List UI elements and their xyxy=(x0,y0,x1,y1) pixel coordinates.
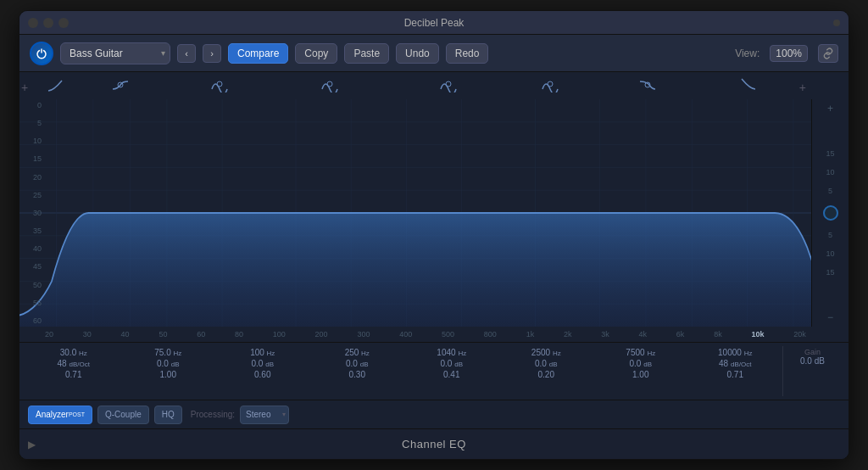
band-params: 30.0 Hz 48 dB/Oct 0.71 75.0 Hz 0.0 dB 1.… xyxy=(19,342,849,400)
band2-q: 1.00 xyxy=(160,370,176,379)
link-button[interactable] xyxy=(818,44,838,63)
band3-freq: 100 Hz xyxy=(250,348,275,357)
db-plus-top[interactable]: + xyxy=(827,103,833,115)
band1-freq: 30.0 Hz xyxy=(60,348,87,357)
rdb-10: 10 xyxy=(826,168,834,176)
bottom-controls: AnalyzerPOST Q-Couple HQ Processing: Ste… xyxy=(19,400,849,428)
db-label-10: 10 xyxy=(19,137,43,145)
preset-wrapper: Bass Guitar ▾ xyxy=(60,42,170,64)
maximize-button[interactable] xyxy=(58,18,69,28)
db-label-35: 35 xyxy=(19,227,43,235)
db-scale-left: 0 5 10 15 20 25 30 35 40 45 50 55 60 xyxy=(19,99,43,327)
redo-button[interactable]: Redo xyxy=(446,43,489,64)
db-minus-bottom[interactable]: − xyxy=(827,311,833,323)
band6-gain: 0.0 dB xyxy=(535,359,557,368)
band-param-3: 100 Hz 0.0 dB 0.60 xyxy=(215,346,310,396)
svg-point-4 xyxy=(548,81,553,87)
band5-gain: 0.0 dB xyxy=(441,359,463,368)
freq-1k: 1k xyxy=(526,330,535,339)
compare-button[interactable]: Compare xyxy=(228,43,288,64)
window-bottom: ▶ Channel EQ xyxy=(19,428,849,459)
title-bar: Decibel Peak xyxy=(19,11,849,35)
svg-point-1 xyxy=(217,81,222,87)
band8-freq: 10000 Hz xyxy=(718,348,752,357)
gain-value: 0.0 dB xyxy=(800,356,825,366)
freq-100: 100 xyxy=(273,330,286,339)
band-handle-4[interactable] xyxy=(320,77,339,92)
freq-20k: 20k xyxy=(793,330,806,339)
analyzer-button[interactable]: AnalyzerPOST xyxy=(28,406,92,424)
band4-gain: 0.0 dB xyxy=(346,359,368,368)
hq-button[interactable]: HQ xyxy=(154,406,182,424)
svg-point-2 xyxy=(327,81,332,87)
band6-q: 0.20 xyxy=(538,370,554,379)
freq-4k: 4k xyxy=(639,330,648,339)
eq-graph[interactable]: 0 5 10 15 20 25 30 35 40 45 50 55 60 + 1… xyxy=(19,99,849,327)
db-label-5: 5 xyxy=(19,119,43,127)
db-label-15: 15 xyxy=(19,154,43,163)
freq-800: 800 xyxy=(484,330,497,339)
copy-button[interactable]: Copy xyxy=(295,43,337,64)
db-scale-right: 15 10 5 5 10 15 xyxy=(823,149,838,277)
db-label-30: 30 xyxy=(19,209,43,217)
band-handle-8[interactable] xyxy=(738,77,757,92)
svg-point-3 xyxy=(446,81,451,87)
processing-select[interactable]: Stereo Left Right Mid Side xyxy=(240,406,289,424)
nav-back-button[interactable]: ‹ xyxy=(177,44,196,63)
main-window: Decibel Peak Bass Guitar ▾ ‹ › Compare C… xyxy=(19,10,849,460)
rdb-n15: 15 xyxy=(826,268,834,277)
rdb-n5: 5 xyxy=(828,231,832,239)
q-couple-button[interactable]: Q-Couple xyxy=(97,406,149,424)
freq-50: 50 xyxy=(159,330,167,339)
freq-labels-row: 20 30 40 50 60 80 100 200 300 400 500 80… xyxy=(45,330,806,339)
undo-button[interactable]: Undo xyxy=(396,43,439,64)
db-label-20: 20 xyxy=(19,173,43,182)
power-button[interactable] xyxy=(30,42,53,65)
minimize-button[interactable] xyxy=(43,18,53,28)
analyzer-label: Analyzer xyxy=(36,410,69,419)
band-handle-1[interactable] xyxy=(47,79,65,94)
band8-q: 0.71 xyxy=(727,370,743,379)
band7-freq: 7500 Hz xyxy=(626,348,655,357)
freq-300: 300 xyxy=(357,330,370,339)
band1-q: 0.71 xyxy=(65,370,81,379)
freq-60: 60 xyxy=(197,330,205,339)
close-button[interactable] xyxy=(28,18,38,28)
band3-gain: 0.0 dB xyxy=(252,359,274,368)
band4-q: 0.30 xyxy=(349,370,365,379)
gain-label: Gain xyxy=(804,348,821,356)
freq-400: 400 xyxy=(399,330,412,339)
right-db-panel: + 15 10 5 5 10 15 − xyxy=(811,99,849,327)
band-handle-3[interactable] xyxy=(210,77,229,92)
rdb-5: 5 xyxy=(828,187,832,195)
play-button[interactable]: ▶ xyxy=(28,439,36,450)
band8-gain: 48 dB/Oct xyxy=(719,359,751,368)
band-param-8: 10000 Hz 48 dB/Oct 0.71 xyxy=(688,346,783,396)
db-knob[interactable] xyxy=(823,205,838,221)
freq-10k: 10k xyxy=(751,330,764,339)
band5-freq: 1040 Hz xyxy=(437,348,466,357)
nav-forward-button[interactable]: › xyxy=(203,44,221,63)
band6-freq: 2500 Hz xyxy=(531,348,561,357)
band-handle-2[interactable] xyxy=(111,77,130,92)
band-param-6: 2500 Hz 0.0 dB 0.20 xyxy=(499,346,594,396)
window-control-right xyxy=(833,20,840,26)
band-handles-row: + + xyxy=(19,72,849,99)
paste-button[interactable]: Paste xyxy=(344,43,389,64)
db-label-0: 0 xyxy=(19,101,43,109)
add-band-right[interactable]: + xyxy=(799,81,806,94)
toolbar: Bass Guitar ▾ ‹ › Compare Copy Paste Und… xyxy=(19,35,849,72)
preset-select[interactable]: Bass Guitar xyxy=(60,42,170,64)
eq-area: + + xyxy=(19,72,849,428)
freq-8k: 8k xyxy=(714,330,722,339)
freq-200: 200 xyxy=(315,330,328,339)
band-handle-6[interactable] xyxy=(541,77,559,92)
band-handle-7[interactable] xyxy=(638,77,657,92)
freq-20: 20 xyxy=(45,330,53,339)
db-label-40: 40 xyxy=(19,244,43,253)
band-handle-5[interactable] xyxy=(439,77,458,92)
band-param-4: 250 Hz 0.0 dB 0.30 xyxy=(310,346,405,396)
add-band-left[interactable]: + xyxy=(21,81,28,94)
freq-3k: 3k xyxy=(601,330,609,339)
freq-scale: 20 30 40 50 60 80 100 200 300 400 500 80… xyxy=(19,327,849,342)
